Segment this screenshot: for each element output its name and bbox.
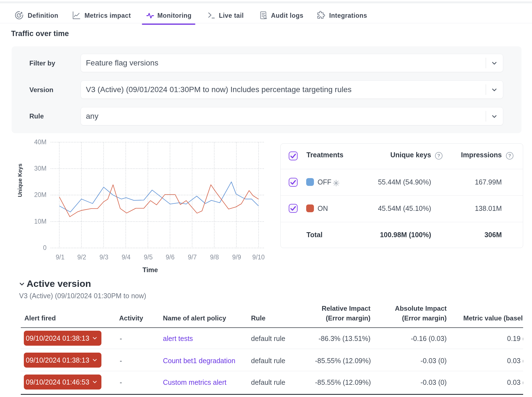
svg-text:9/4: 9/4 bbox=[122, 254, 131, 261]
svg-text:Time: Time bbox=[142, 266, 158, 274]
svg-text:9/9: 9/9 bbox=[232, 254, 241, 261]
svg-text:9/2: 9/2 bbox=[77, 254, 86, 261]
svg-text:40M: 40M bbox=[34, 138, 47, 146]
svg-text:9/5: 9/5 bbox=[144, 254, 153, 261]
svg-text:30M: 30M bbox=[34, 165, 47, 172]
svg-text:9/10: 9/10 bbox=[252, 254, 265, 261]
svg-text:9/3: 9/3 bbox=[99, 254, 108, 261]
svg-text:10M: 10M bbox=[34, 218, 47, 225]
svg-text:9/7: 9/7 bbox=[188, 254, 197, 261]
svg-text:9/6: 9/6 bbox=[166, 254, 175, 261]
svg-text:20M: 20M bbox=[34, 191, 47, 198]
svg-text:Unique Keys: Unique Keys bbox=[17, 163, 23, 197]
svg-text:0: 0 bbox=[43, 244, 47, 251]
svg-text:9/8: 9/8 bbox=[210, 254, 219, 261]
svg-text:9/1: 9/1 bbox=[56, 254, 65, 261]
